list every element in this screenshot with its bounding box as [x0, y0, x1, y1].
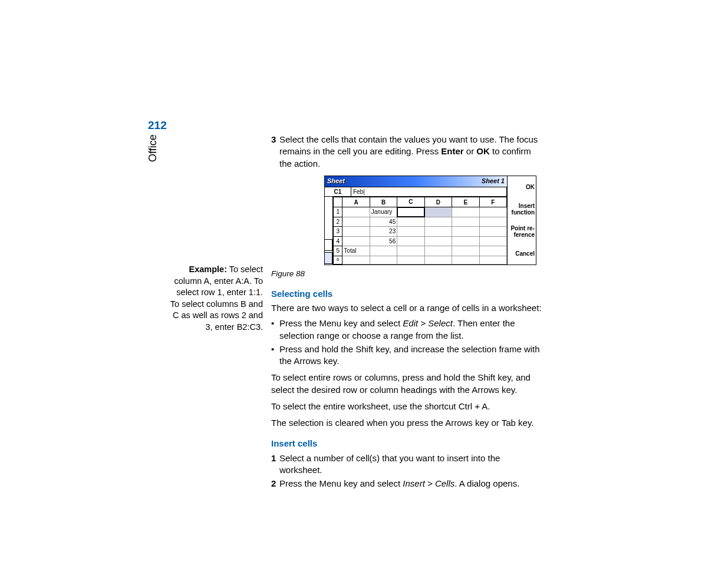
row-header[interactable]: 2 [334, 217, 342, 227]
step-text: Press the Menu key and select Insert > C… [279, 478, 542, 490]
softkey-ok[interactable]: OK [508, 176, 536, 199]
step-number: 2 [271, 478, 279, 490]
cell[interactable] [424, 207, 452, 217]
cell[interactable] [479, 256, 506, 264]
cell[interactable] [479, 217, 506, 227]
row-header[interactable]: 3 [334, 227, 342, 237]
page-number: 212 [148, 119, 167, 132]
row-header[interactable]: 5 [334, 246, 342, 256]
cell[interactable]: 45 [370, 217, 397, 227]
cell[interactable]: 23 [370, 227, 397, 237]
bullet-text: Press the Menu key and select Edit > Sel… [279, 318, 542, 342]
cell[interactable] [479, 246, 506, 256]
bullet-item: • Press and hold the Shift key, and incr… [271, 343, 542, 368]
step-text: Select a number of cell(s) that you want… [279, 452, 542, 477]
cell[interactable] [452, 246, 479, 256]
cell[interactable] [424, 236, 452, 246]
spreadsheet-grid[interactable]: A B C D E F 1 January [333, 197, 507, 265]
margin-example: Example: To select column A, enter A:A. … [169, 264, 263, 333]
cell[interactable] [342, 256, 370, 264]
softkey-insert-function[interactable]: Insert function [508, 198, 536, 220]
figure-caption: Figure 88 [271, 269, 542, 279]
example-label: Example: [189, 265, 227, 274]
softkey-point-reference[interactable]: Point re- ference [508, 220, 536, 243]
cell[interactable] [424, 227, 452, 237]
row-header[interactable]: 4 [334, 236, 342, 246]
cell[interactable] [452, 217, 479, 227]
cell[interactable] [397, 246, 424, 256]
cell[interactable] [452, 256, 479, 264]
worksheet-tab-icon[interactable] [325, 239, 332, 251]
cell-selected[interactable] [397, 207, 424, 217]
cell[interactable] [424, 256, 452, 264]
sheet-name: Sheet 1 [482, 177, 505, 186]
section-label: Office [147, 134, 159, 162]
heading-insert-cells: Insert cells [271, 438, 542, 449]
col-header[interactable]: F [479, 197, 506, 207]
cell[interactable] [370, 256, 397, 264]
cell[interactable] [452, 227, 479, 237]
paragraph: The selection is cleared when you press … [271, 417, 542, 429]
cell[interactable] [452, 207, 479, 217]
cell[interactable] [397, 236, 424, 246]
sheet-title: Sheet [327, 177, 345, 186]
chart-tab-icon[interactable] [325, 252, 332, 264]
cell[interactable] [342, 207, 370, 217]
bullet-marker: • [271, 318, 279, 342]
paragraph: To select the entire worksheet, use the … [271, 401, 542, 412]
grid-corner[interactable] [334, 197, 342, 207]
col-header[interactable]: D [424, 197, 452, 207]
step-number: 1 [271, 452, 279, 477]
heading-selecting-cells: Selecting cells [271, 288, 542, 300]
step-1: 1 Select a number of cell(s) that you wa… [271, 452, 542, 477]
cell[interactable] [452, 236, 479, 246]
cell[interactable] [397, 227, 424, 237]
step-number: 3 [271, 134, 279, 170]
step-2: 2 Press the Menu key and select Insert >… [271, 478, 542, 490]
cell[interactable] [424, 246, 452, 256]
col-header[interactable]: C [397, 197, 424, 207]
cell[interactable] [397, 256, 424, 264]
cell[interactable] [342, 217, 370, 227]
bullet-marker: • [271, 343, 279, 368]
col-header[interactable]: A [342, 197, 370, 207]
cell[interactable] [479, 207, 506, 217]
cell-reference-box[interactable]: C1 [325, 187, 351, 197]
cell[interactable]: Total [342, 246, 370, 256]
sheet-titlebar: Sheet Sheet 1 [325, 176, 507, 187]
cell[interactable] [424, 217, 452, 227]
cell[interactable] [479, 236, 506, 246]
formula-input[interactable]: Feb| [351, 187, 507, 197]
cell[interactable] [342, 236, 370, 246]
step-3: 3 Select the cells that contain the valu… [271, 134, 542, 170]
cell[interactable] [397, 217, 424, 227]
step-text: Select the cells that contain the values… [279, 134, 542, 170]
sheet-tabs[interactable] [325, 197, 333, 265]
cell[interactable] [342, 227, 370, 237]
softkey-cancel[interactable]: Cancel [508, 242, 536, 265]
row-header[interactable]: 1 [334, 207, 342, 217]
bullet-item: • Press the Menu key and select Edit > S… [271, 318, 542, 342]
selecting-intro: There are two ways to select a cell or a… [271, 302, 542, 314]
cell[interactable]: 56 [370, 236, 397, 246]
cell[interactable]: January [370, 207, 397, 217]
cell[interactable] [479, 227, 506, 237]
row-header[interactable]: 6 [334, 256, 342, 264]
col-header[interactable]: E [452, 197, 479, 207]
bullet-text: Press and hold the Shift key, and increa… [279, 343, 542, 368]
col-header[interactable]: B [370, 197, 397, 207]
cell[interactable] [370, 246, 397, 256]
example-text: To select column A, enter A:A. To select… [170, 265, 263, 332]
paragraph: To select entire rows or columns, press … [271, 372, 542, 396]
sheet-screenshot: Sheet Sheet 1 C1 Feb| [324, 176, 536, 265]
softkeys-panel: OK Insert function Point re- ference Can… [507, 176, 536, 265]
